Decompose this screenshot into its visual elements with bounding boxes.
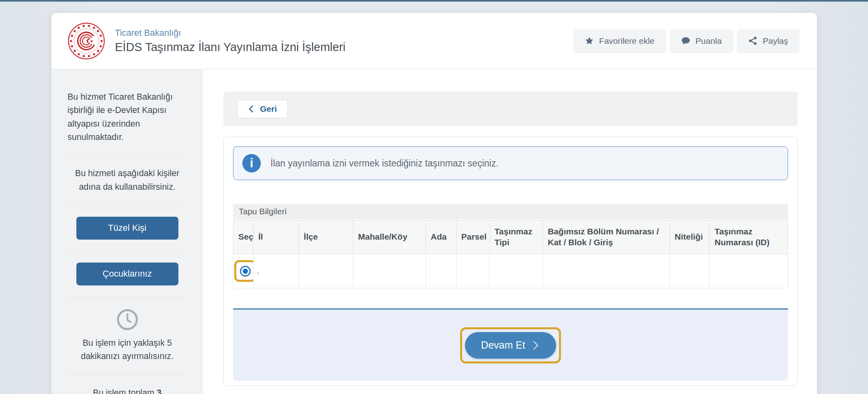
share-label: Paylaş: [763, 36, 788, 46]
cell-tasinmaz-no: [710, 254, 788, 288]
column-header-tasinmaz-no: Taşınmaz Numarası (ID): [710, 220, 788, 254]
comment-icon: [681, 36, 690, 45]
share-icon: [748, 36, 757, 45]
annotation-highlight-continue: Devam Et: [460, 327, 561, 363]
column-header-tasinmaz-tipi: Taşınmaz Tipi: [489, 220, 542, 254]
steps-note-count: 3: [157, 388, 162, 394]
selection-panel: i İlan yayınlama izni vermek istediğiniz…: [223, 137, 798, 386]
column-header-mahalle: Mahalle/Köy: [353, 220, 426, 254]
add-to-favorites-label: Favorilere ekle: [599, 36, 655, 46]
ministry-logo-icon: [68, 22, 105, 60]
rate-label: Puanla: [696, 36, 722, 46]
radio-selected-icon: [243, 269, 248, 274]
column-header-parsel: Parsel: [456, 220, 489, 254]
column-header-ada: Ada: [426, 220, 456, 254]
title-block: Ticaret Bakanlığı EİDS Taşınmaz İlanı Ya…: [115, 28, 346, 54]
column-header-bagimsiz-bolum: Bağımsız Bölüm Numarası / Kat / Blok / G…: [542, 220, 669, 254]
add-to-favorites-button[interactable]: Favorilere ekle: [573, 29, 666, 53]
continue-band: Devam Et: [233, 308, 788, 381]
info-alert: i İlan yayınlama izni vermek istediğiniz…: [233, 146, 788, 180]
page-title: EİDS Taşınmaz İlanı Yayınlama İzni İşlem…: [115, 41, 346, 54]
legal-entity-button[interactable]: Tüzel Kişi: [76, 217, 178, 240]
divider: [68, 251, 187, 251]
cell-niteligi: [670, 254, 710, 288]
cell-tasinmaz-tipi: [489, 254, 542, 288]
cell-mahalle: [353, 254, 426, 288]
divider: [68, 155, 187, 156]
main-content: Geri i İlan yayınlama izni vermek istedi…: [203, 69, 817, 394]
info-icon: i: [242, 154, 261, 172]
clock-icon: [68, 308, 187, 332]
continue-label: Devam Et: [481, 339, 525, 351]
back-button[interactable]: Geri: [237, 100, 288, 118]
card-body: Bu hizmet Ticaret Bakanlığı işbirliği il…: [51, 69, 817, 394]
table-row: ,: [233, 254, 788, 288]
column-header-il: İl: [253, 220, 299, 254]
top-accent-line: [0, 0, 868, 2]
cell-parsel: [456, 254, 489, 288]
on-behalf-note: Bu hizmeti aşağıdaki kişiler adına da ku…: [68, 167, 187, 194]
sidebar: Bu hizmet Ticaret Bakanlığı işbirliği il…: [51, 69, 203, 394]
provider-name: Ticaret Bakanlığı: [115, 28, 346, 38]
cell-ada: [426, 254, 456, 288]
back-band: Geri: [223, 92, 798, 126]
star-icon: [585, 36, 594, 45]
cell-bagimsiz-bolum: [542, 254, 669, 288]
back-label: Geri: [260, 104, 277, 114]
deed-table: Seç İl İlçe Mahalle/Köy Ada Parsel Taşın…: [233, 220, 788, 288]
table-header-row: Seç İl İlçe Mahalle/Köy Ada Parsel Taşın…: [233, 220, 788, 254]
header-actions: Favorilere ekle Puanla Paylaş: [573, 29, 799, 53]
cell-ilce: [299, 254, 353, 288]
row-select-radio[interactable]: [240, 266, 251, 277]
cell-il: ,: [253, 254, 299, 288]
column-header-niteligi: Niteliği: [670, 220, 710, 254]
info-alert-text: İlan yayınlama izni vermek istediğiniz t…: [270, 158, 499, 169]
your-children-button[interactable]: Çocuklarınız: [76, 263, 178, 285]
column-header-sec: Seç: [233, 220, 254, 254]
continue-button[interactable]: Devam Et: [465, 332, 556, 359]
annotation-highlight-radio: [234, 260, 256, 282]
duration-note: Bu işlem için yaklaşık 5 dakikanızı ayır…: [68, 337, 187, 363]
divider: [68, 205, 187, 205]
divider: [68, 297, 187, 297]
steps-note: Bu işlem toplam 3: [68, 386, 187, 394]
page: Ticaret Bakanlığı EİDS Taşınmaz İlanı Ya…: [0, 0, 868, 394]
divider: [68, 375, 187, 375]
service-card: Ticaret Bakanlığı EİDS Taşınmaz İlanı Ya…: [51, 13, 817, 394]
table-caption: Tapu Bilgileri: [233, 204, 788, 220]
column-header-ilce: İlçe: [299, 220, 353, 254]
steps-note-text: Bu işlem toplam: [93, 388, 157, 394]
chevron-right-icon: [531, 340, 540, 351]
card-header: Ticaret Bakanlığı EİDS Taşınmaz İlanı Ya…: [51, 13, 817, 69]
select-cell: [233, 254, 254, 288]
rate-button[interactable]: Puanla: [670, 29, 733, 53]
service-provider-note: Bu hizmet Ticaret Bakanlığı işbirliği il…: [68, 90, 187, 144]
deed-table-block: Tapu Bilgileri Seç İl: [233, 204, 788, 288]
share-button[interactable]: Paylaş: [737, 29, 799, 53]
chevron-left-icon: [248, 105, 254, 113]
